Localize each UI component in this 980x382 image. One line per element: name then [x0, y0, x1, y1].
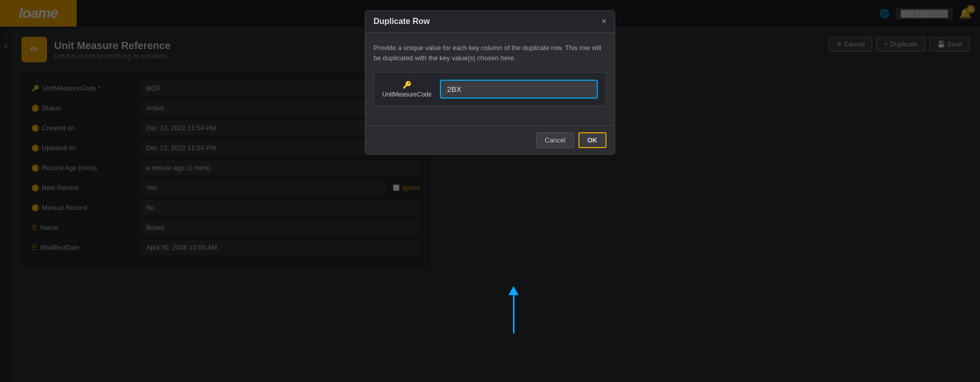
- arrow-line: [513, 295, 515, 333]
- modal-unitmeasurecode-input[interactable]: [440, 80, 598, 99]
- duplicate-row-modal: Duplicate Row × Provide a unique value f…: [365, 10, 615, 155]
- modal-description: Provide a unique value for each key colu…: [374, 43, 606, 63]
- arrow-head-icon: [508, 286, 519, 295]
- modal-field-label: 🔑 UnitMeasureCode: [382, 81, 432, 98]
- modal-title: Duplicate Row: [374, 17, 430, 26]
- modal-field-row: 🔑 UnitMeasureCode: [374, 72, 606, 106]
- modal-key-icon: 🔑: [403, 81, 411, 89]
- modal-overlay: Duplicate Row × Provide a unique value f…: [0, 0, 980, 382]
- modal-cancel-button[interactable]: Cancel: [536, 132, 574, 148]
- modal-field-name: UnitMeasureCode: [382, 91, 432, 98]
- modal-body: Provide a unique value for each key colu…: [365, 33, 615, 126]
- modal-ok-button[interactable]: OK: [578, 132, 607, 148]
- modal-close-button[interactable]: ×: [602, 17, 606, 26]
- modal-footer: Cancel OK: [365, 126, 615, 154]
- modal-header: Duplicate Row ×: [365, 11, 615, 33]
- arrow-annotation: [508, 286, 519, 333]
